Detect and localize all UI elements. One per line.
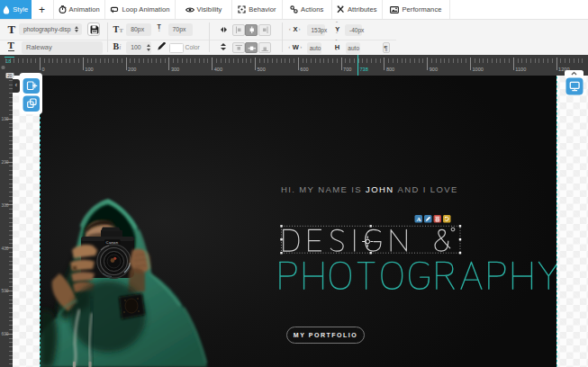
svg-text:1200: 1200 (558, 67, 569, 72)
svg-text:500: 500 (2, 289, 9, 293)
svg-text:600: 600 (300, 67, 308, 72)
svg-text:800: 800 (386, 67, 394, 72)
svg-text:300: 300 (171, 67, 179, 72)
svg-text:200: 200 (2, 160, 9, 165)
svg-text:300: 300 (2, 203, 9, 208)
svg-text:400: 400 (214, 67, 222, 72)
svg-text:100: 100 (2, 117, 9, 121)
svg-text:900: 900 (430, 67, 438, 72)
svg-text:700: 700 (343, 67, 351, 72)
svg-text:600: 600 (2, 332, 9, 336)
svg-text:738: 738 (360, 67, 368, 72)
svg-text:0: 0 (42, 67, 45, 72)
svg-text:18: 18 (6, 59, 12, 64)
svg-text:500: 500 (258, 67, 266, 72)
svg-text:1100: 1100 (515, 67, 526, 72)
svg-text:100: 100 (85, 67, 93, 72)
svg-text:200: 200 (128, 67, 136, 72)
svg-text:400: 400 (2, 246, 9, 251)
svg-text:1000: 1000 (473, 67, 484, 72)
svg-text:20: 20 (7, 74, 13, 78)
